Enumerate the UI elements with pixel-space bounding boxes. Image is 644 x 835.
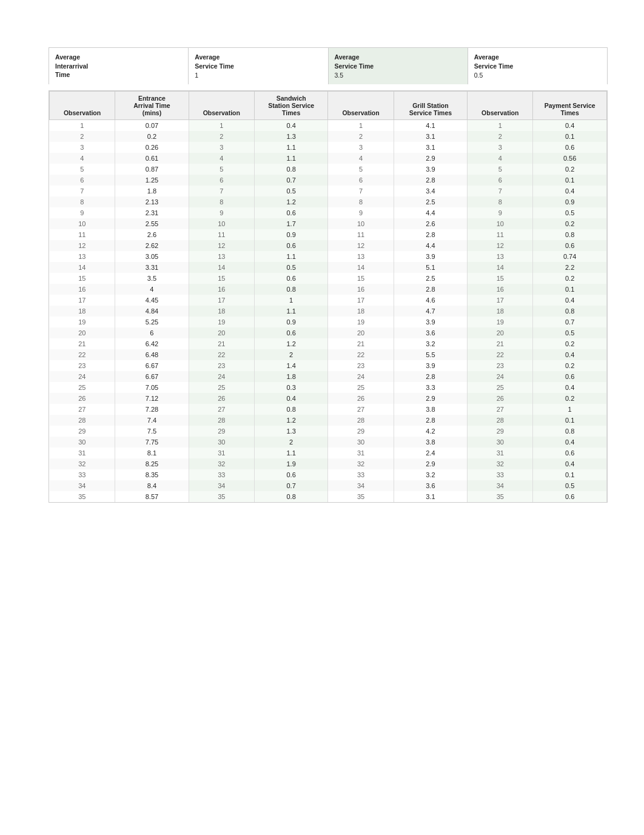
- cell-r13-c7: 2.2: [533, 262, 607, 273]
- cell-r4-c2: 5: [189, 164, 254, 175]
- cell-r18-c5: 3.9: [394, 317, 468, 327]
- cell-r24-c2: 25: [189, 382, 254, 393]
- cell-r12-c6: 13: [468, 251, 533, 262]
- cell-r27-c0: 28: [50, 415, 115, 426]
- cell-r15-c0: 16: [50, 284, 115, 295]
- cell-r21-c5: 5.5: [394, 349, 468, 360]
- cell-r6-c4: 7: [328, 186, 394, 196]
- cell-r30-c0: 31: [50, 448, 115, 458]
- cell-r31-c1: 8.25: [115, 458, 189, 469]
- cell-r30-c6: 31: [468, 448, 533, 458]
- cell-r19-c6: 20: [468, 327, 533, 338]
- cell-r5-c4: 6: [328, 175, 394, 186]
- cell-r23-c1: 6.67: [115, 371, 189, 382]
- cell-r1-c3: 1.3: [254, 131, 328, 142]
- cell-r31-c3: 1.9: [254, 458, 328, 469]
- main-container: AverageInterarrivalTimeAverageService Ti…: [49, 47, 608, 503]
- cell-r2-c4: 3: [328, 142, 394, 153]
- cell-r31-c6: 32: [468, 458, 533, 469]
- cell-r17-c6: 18: [468, 306, 533, 317]
- cell-r12-c0: 13: [50, 251, 115, 262]
- cell-r27-c2: 28: [189, 415, 254, 426]
- cell-r29-c5: 3.8: [394, 437, 468, 448]
- summary-value-2: 3.5: [335, 72, 461, 79]
- cell-r20-c0: 21: [50, 338, 115, 349]
- cell-r5-c1: 1.25: [115, 175, 189, 186]
- cell-r30-c4: 31: [328, 448, 394, 458]
- cell-r28-c1: 7.5: [115, 426, 189, 437]
- cell-r28-c5: 4.2: [394, 426, 468, 437]
- cell-r27-c6: 28: [468, 415, 533, 426]
- cell-r5-c3: 0.7: [254, 175, 328, 186]
- cell-r15-c6: 16: [468, 284, 533, 295]
- cell-r13-c3: 0.5: [254, 262, 328, 273]
- cell-r21-c4: 22: [328, 349, 394, 360]
- table-row: 216.42211.2213.2210.2: [50, 338, 607, 349]
- table-row: 246.67241.8242.8240.6: [50, 371, 607, 382]
- cell-r8-c5: 4.4: [394, 207, 468, 218]
- cell-r34-c5: 3.1: [394, 491, 468, 502]
- cell-r23-c6: 24: [468, 371, 533, 382]
- cell-r14-c6: 15: [468, 273, 533, 284]
- cell-r30-c1: 8.1: [115, 448, 189, 458]
- summary-cell-0: AverageInterarrivalTime: [49, 48, 189, 84]
- cell-r11-c6: 12: [468, 240, 533, 251]
- table-row: 92.3190.694.490.5: [50, 207, 607, 218]
- cell-r16-c7: 0.4: [533, 295, 607, 306]
- cell-r2-c7: 0.6: [533, 142, 607, 153]
- summary-cell-3: AverageService Time0.5: [468, 48, 607, 84]
- cell-r14-c2: 15: [189, 273, 254, 284]
- col-header-6: Observation: [468, 92, 533, 120]
- cell-r14-c5: 2.5: [394, 273, 468, 284]
- cell-r28-c0: 29: [50, 426, 115, 437]
- cell-r31-c4: 32: [328, 458, 394, 469]
- cell-r9-c0: 10: [50, 218, 115, 229]
- cell-r7-c1: 2.13: [115, 196, 189, 207]
- cell-r22-c3: 1.4: [254, 360, 328, 371]
- cell-r25-c0: 26: [50, 393, 115, 404]
- cell-r13-c6: 14: [468, 262, 533, 273]
- cell-r27-c3: 1.2: [254, 415, 328, 426]
- col-header-2: Observation: [189, 92, 254, 120]
- cell-r3-c2: 4: [189, 153, 254, 164]
- cell-r10-c1: 2.6: [115, 229, 189, 240]
- table-row: 30.2631.133.130.6: [50, 142, 607, 153]
- cell-r31-c5: 2.9: [394, 458, 468, 469]
- cell-r20-c6: 21: [468, 338, 533, 349]
- cell-r4-c0: 5: [50, 164, 115, 175]
- cell-r12-c5: 3.9: [394, 251, 468, 262]
- col-header-7: Payment ServiceTimes: [533, 92, 607, 120]
- cell-r17-c7: 0.8: [533, 306, 607, 317]
- cell-r13-c0: 14: [50, 262, 115, 273]
- cell-r13-c4: 14: [328, 262, 394, 273]
- cell-r1-c6: 2: [468, 131, 533, 142]
- cell-r27-c1: 7.4: [115, 415, 189, 426]
- table-row: 61.2560.762.860.1: [50, 175, 607, 186]
- cell-r28-c2: 29: [189, 426, 254, 437]
- cell-r1-c1: 0.2: [115, 131, 189, 142]
- table-row: 328.25321.9322.9320.4: [50, 458, 607, 469]
- cell-r13-c1: 3.31: [115, 262, 189, 273]
- summary-value-3: 0.5: [474, 72, 601, 79]
- cell-r17-c1: 4.84: [115, 306, 189, 317]
- cell-r15-c3: 0.8: [254, 284, 328, 295]
- cell-r21-c6: 22: [468, 349, 533, 360]
- cell-r26-c6: 27: [468, 404, 533, 415]
- cell-r29-c1: 7.75: [115, 437, 189, 448]
- cell-r33-c6: 34: [468, 480, 533, 491]
- cell-r18-c3: 0.9: [254, 317, 328, 327]
- cell-r10-c7: 0.8: [533, 229, 607, 240]
- cell-r26-c5: 3.8: [394, 404, 468, 415]
- cell-r5-c6: 6: [468, 175, 533, 186]
- cell-r7-c2: 8: [189, 196, 254, 207]
- cell-r8-c7: 0.5: [533, 207, 607, 218]
- cell-r17-c3: 1.1: [254, 306, 328, 317]
- cell-r3-c4: 4: [328, 153, 394, 164]
- table-row: 267.12260.4262.9260.2: [50, 393, 607, 404]
- cell-r25-c6: 26: [468, 393, 533, 404]
- cell-r29-c7: 0.4: [533, 437, 607, 448]
- cell-r18-c0: 19: [50, 317, 115, 327]
- cell-r9-c2: 10: [189, 218, 254, 229]
- table-row: 195.25190.9193.9190.7: [50, 317, 607, 327]
- table-row: 71.870.573.470.4: [50, 186, 607, 196]
